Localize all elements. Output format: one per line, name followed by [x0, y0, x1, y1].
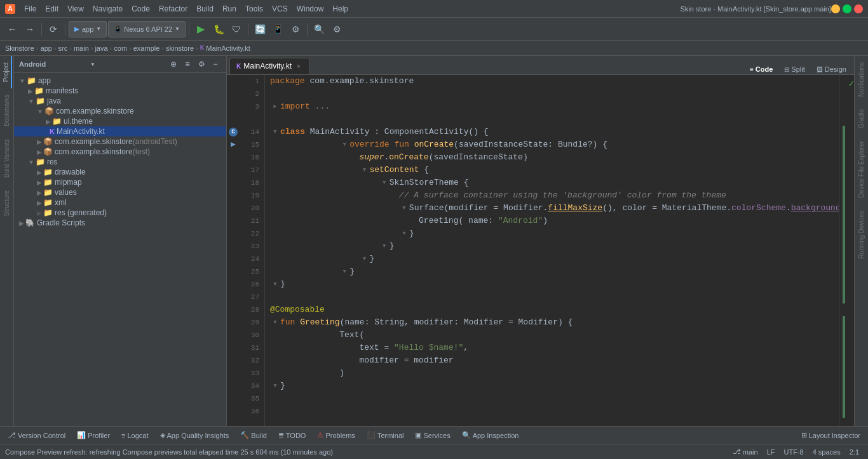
line-sep-status[interactable]: LF: [763, 447, 779, 457]
breadcrumb-skinstore-pkg[interactable]: skinstore: [166, 44, 194, 52]
bottom-tab-terminal[interactable]: ⬛ Terminal: [362, 429, 409, 441]
sidebar-item-bookmarks[interactable]: Bookmarks: [2, 88, 11, 133]
tree-item-main-activity[interactable]: K MainActivity.kt: [14, 126, 226, 136]
fold-button-24[interactable]: ▼: [379, 241, 390, 251]
bottom-tab-services[interactable]: ▣ Services: [410, 429, 455, 441]
bottom-tab-logcat[interactable]: ≡ Logcat: [116, 430, 153, 441]
menu-code[interactable]: Code: [128, 3, 154, 15]
view-code-button[interactable]: ≡ Code: [745, 64, 778, 74]
sidebar-action-collapse[interactable]: ≡: [182, 58, 193, 70]
view-design-button[interactable]: 🖼 Design: [811, 64, 851, 74]
menu-refactor[interactable]: Refactor: [155, 3, 191, 15]
bottom-tab-todo[interactable]: ≣ TODO: [273, 429, 311, 441]
breadcrumb-main[interactable]: main: [74, 44, 89, 52]
sdk-manager-button[interactable]: ⚙: [287, 21, 304, 37]
tree-item-java[interactable]: ▼ 📁 java: [14, 96, 226, 106]
tree-item-ui-theme[interactable]: ▶ 📁 ui.theme: [14, 116, 226, 126]
menu-view[interactable]: View: [64, 3, 88, 15]
fold-button-27[interactable]: ▼: [270, 279, 280, 289]
file-tree: ▼ 📁 app ▶ 📁 manifests ▼ 📁 java ▼ 📦 com.e…: [14, 73, 226, 426]
debug-button[interactable]: 🐛: [210, 21, 227, 37]
sidebar-item-build-variants[interactable]: Build Variants: [2, 133, 11, 184]
coverage-button[interactable]: 🛡: [228, 21, 245, 37]
sidebar-item-notifications[interactable]: Notifications: [857, 56, 866, 103]
sidebar-item-gradle[interactable]: Gradle: [857, 103, 866, 135]
sidebar-action-sync[interactable]: ⊕: [168, 58, 179, 70]
sidebar-item-running-devices[interactable]: Running Devices: [857, 204, 866, 265]
close-button[interactable]: ✕: [854, 4, 863, 13]
tree-item-app[interactable]: ▼ 📁 app: [14, 76, 226, 86]
menu-run[interactable]: Run: [219, 3, 240, 15]
sidebar-dropdown-arrow[interactable]: ▼: [90, 62, 95, 67]
avd-manager-button[interactable]: 📱: [269, 21, 286, 37]
tree-item-android-test[interactable]: ▶ 📦 com.example.skinstore (androidTest): [14, 136, 226, 147]
fold-button-26[interactable]: ▼: [339, 267, 349, 277]
bottom-tab-profiler[interactable]: 📊 Profiler: [72, 429, 115, 441]
encoding-status[interactable]: UTF-8: [780, 447, 808, 457]
forward-button[interactable]: →: [22, 21, 38, 37]
sidebar-item-project[interactable]: Project: [1, 56, 12, 88]
git-icon: ⎇: [733, 448, 741, 456]
git-branch-status[interactable]: ⎇ main: [729, 446, 762, 457]
tree-item-xml[interactable]: ▶ 📁 xml: [14, 197, 226, 208]
search-everywhere-button[interactable]: 🔍: [311, 21, 327, 37]
tree-item-res[interactable]: ▼ 📁 res: [14, 157, 226, 167]
services-icon: ▣: [415, 431, 421, 439]
maximize-button[interactable]: □: [843, 4, 851, 13]
menu-navigate[interactable]: Navigate: [89, 3, 126, 15]
tree-item-gradle-scripts[interactable]: ▶ 🐘 Gradle Scripts: [14, 218, 226, 228]
menu-build[interactable]: Build: [193, 3, 217, 15]
position-status[interactable]: 2:1: [846, 447, 863, 457]
sync-button[interactable]: ⟳: [45, 21, 62, 37]
bottom-tab-version-control[interactable]: ⎇ Version Control: [3, 429, 71, 441]
breadcrumb-java[interactable]: java: [95, 44, 107, 52]
breadcrumb-example[interactable]: example: [133, 44, 160, 52]
tree-item-manifests[interactable]: ▶ 📁 manifests: [14, 86, 226, 96]
problems-icon: ⚠: [317, 431, 323, 439]
back-button[interactable]: ←: [4, 21, 20, 37]
fold-button-25[interactable]: ▼: [359, 254, 369, 264]
indent-status[interactable]: 4 spaces: [809, 447, 844, 457]
tree-item-values[interactable]: ▶ 📁 values: [14, 187, 226, 197]
breadcrumb-app[interactable]: app: [41, 44, 52, 52]
tree-item-mipmap[interactable]: ▶ 📁 mipmap: [14, 177, 226, 187]
run-button[interactable]: ▶: [193, 21, 209, 37]
fold-button-23[interactable]: ▼: [399, 229, 409, 239]
tree-item-com-example-skinstore[interactable]: ▼ 📦 com.example.skinstore: [14, 106, 226, 116]
breadcrumb-skinstore[interactable]: Skinstore: [5, 44, 34, 52]
tree-item-res-generated[interactable]: ▶ 📁 res (generated): [14, 208, 226, 218]
breadcrumb-src[interactable]: src: [58, 44, 68, 52]
bottom-tab-layout-inspector[interactable]: ⊞ Layout Inspector: [796, 429, 865, 441]
device-selector[interactable]: 📱 Nexus 6 API 22 ▼: [108, 21, 186, 37]
gradle-sync-button[interactable]: 🔄: [252, 21, 268, 37]
sidebar-action-close[interactable]: −: [210, 58, 221, 70]
tree-item-test[interactable]: ▶ 📦 com.example.skinstore (test): [14, 147, 226, 157]
view-split-button[interactable]: ⊟ Split: [779, 64, 810, 74]
method-gutter-icon: ▶: [229, 140, 238, 149]
tab-close-button[interactable]: ×: [294, 62, 303, 70]
editor-tab-main-activity[interactable]: K MainActivity.kt ×: [229, 58, 310, 74]
sidebar-action-settings[interactable]: ⚙: [196, 58, 207, 70]
fold-button-3[interactable]: ▶: [270, 102, 280, 112]
menu-vcs[interactable]: VCS: [268, 3, 292, 15]
settings-button[interactable]: ⚙: [329, 21, 345, 37]
bottom-tab-app-inspection[interactable]: 🔍 App Inspection: [457, 429, 524, 441]
menu-edit[interactable]: Edit: [41, 3, 62, 15]
menu-help[interactable]: Help: [329, 3, 352, 15]
breadcrumb-com[interactable]: com: [114, 44, 127, 52]
tree-item-drawable[interactable]: ▶ 📁 drawable: [14, 167, 226, 177]
menu-window[interactable]: Window: [293, 3, 328, 15]
status-message: Compose Preview refresh: refreshing Comp…: [5, 448, 726, 456]
run-config-selector[interactable]: ▶ app ▼: [69, 21, 107, 37]
bottom-tab-problems[interactable]: ⚠ Problems: [312, 429, 360, 441]
bottom-tab-build[interactable]: 🔨 Build: [235, 429, 271, 441]
bottom-tab-app-quality-insights[interactable]: ◈ App Quality Insights: [155, 429, 234, 441]
fold-button-35[interactable]: ▼: [270, 381, 280, 391]
code-editor[interactable]: C ▶: [227, 75, 854, 426]
menu-file[interactable]: File: [20, 3, 40, 15]
sidebar-item-structure[interactable]: Structure: [2, 184, 11, 223]
minimize-button[interactable]: −: [831, 4, 840, 13]
sidebar-title: Android: [19, 60, 86, 68]
sidebar-item-device-file-explorer[interactable]: Device File Explorer: [857, 135, 866, 204]
menu-tools[interactable]: Tools: [241, 3, 267, 15]
